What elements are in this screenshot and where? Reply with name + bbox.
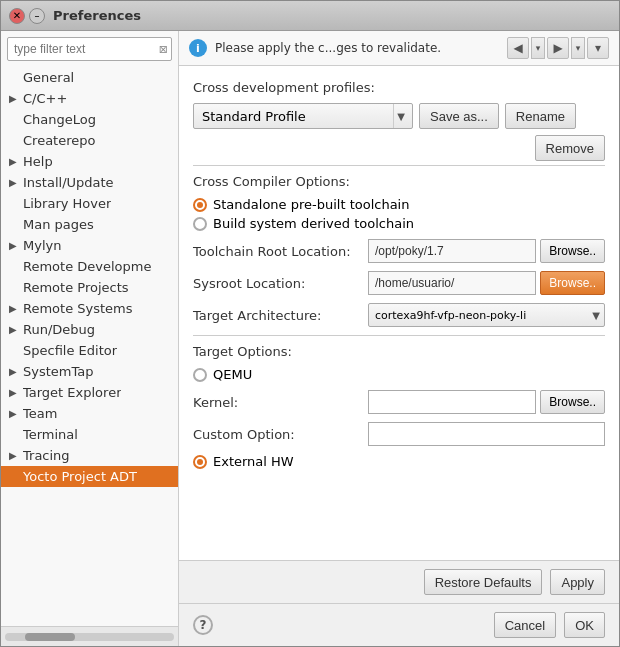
sidebar-label-terminal: Terminal [23,427,78,442]
radio-qemu-label: QEMU [213,367,252,382]
sysroot-browse-button[interactable]: Browse.. [540,271,605,295]
sidebar-item-changelog[interactable]: ChangeLog [1,109,178,130]
sidebar-label-changelog: ChangeLog [23,112,96,127]
target-arch-value: cortexa9hf-vfp-neon-poky-li [373,309,588,322]
sidebar-item-specfileeditor[interactable]: Specfile Editor [1,340,178,361]
custom-option-row: Custom Option: [193,422,605,446]
sidebar-arrow-team: ▶ [9,408,23,419]
sidebar-item-remotedevelopme[interactable]: Remote Developme [1,256,178,277]
sidebar-label-createrepo: Createrepo [23,133,95,148]
remove-button[interactable]: Remove [535,135,605,161]
sidebar-label-targetexplorer: Target Explorer [23,385,121,400]
sysroot-row: Sysroot Location: Browse.. [193,271,605,295]
sidebar-item-remotesystems[interactable]: ▶Remote Systems [1,298,178,319]
sidebar-item-general[interactable]: General [1,67,178,88]
sidebar-arrow-mylyn: ▶ [9,240,23,251]
search-box[interactable]: ⊠ [7,37,172,61]
sidebar-label-team: Team [23,406,57,421]
target-arch-label: Target Architecture: [193,308,368,323]
help-icon[interactable]: ? [193,615,213,635]
custom-option-input[interactable] [368,422,605,446]
cross-dev-profiles-header: Cross development profiles: [193,80,605,95]
ok-button[interactable]: OK [564,612,605,638]
sidebar-label-cpp: C/C++ [23,91,67,106]
divider-2 [193,335,605,336]
radio-external-hw-dot [197,459,203,465]
sidebar-item-libraryhover[interactable]: Library Hover [1,193,178,214]
search-input[interactable] [7,37,172,61]
sysroot-label: Sysroot Location: [193,276,368,291]
radio-standalone-dot [197,202,203,208]
info-text: Please apply the c...ges to revalidate. [215,41,499,55]
sidebar-arrow-rundebug: ▶ [9,324,23,335]
radio-build-label: Build system derived toolchain [213,216,414,231]
rename-button[interactable]: Rename [505,103,576,129]
profile-row: Standard Profile ▼ Save as... Rename [193,103,605,129]
radio-build[interactable]: Build system derived toolchain [193,216,605,231]
sidebar-item-rundebug[interactable]: ▶Run/Debug [1,319,178,340]
info-icon: i [189,39,207,57]
sidebar-arrow-installupddate: ▶ [9,177,23,188]
sidebar-item-yocto[interactable]: Yocto Project ADT [1,466,178,487]
sidebar-label-remotesystems: Remote Systems [23,301,133,316]
profile-dropdown[interactable]: Standard Profile ▼ [193,103,413,129]
sidebar-item-remoteprojects[interactable]: Remote Projects [1,277,178,298]
info-bar: i Please apply the c...ges to revalidate… [179,31,619,66]
cancel-button[interactable]: Cancel [494,612,556,638]
radio-external-hw-label: External HW [213,454,294,469]
sidebar-item-createrepo[interactable]: Createrepo [1,130,178,151]
sidebar-label-yocto: Yocto Project ADT [23,469,137,484]
sidebar-item-mylyn[interactable]: ▶Mylyn [1,235,178,256]
target-arch-dropdown[interactable]: cortexa9hf-vfp-neon-poky-li ▼ [368,303,605,327]
sidebar: ⊠ General▶C/C++ChangeLogCreaterepo▶Help▶… [1,31,179,646]
main-panel: i Please apply the c...ges to revalidate… [179,31,619,646]
nav-back-button[interactable]: ◀ [507,37,529,59]
nav-menu-button[interactable]: ▾ [587,37,609,59]
nav-forward-button[interactable]: ▶ [547,37,569,59]
sidebar-item-systemtap[interactable]: ▶SystemTap [1,361,178,382]
sidebar-scrollbar[interactable] [1,626,178,646]
radio-standalone-circle [193,198,207,212]
sidebar-arrow-systemtap: ▶ [9,366,23,377]
toolchain-root-label: Toolchain Root Location: [193,244,368,259]
kernel-browse-button[interactable]: Browse.. [540,390,605,414]
divider-1 [193,165,605,166]
radio-group-compiler: Standalone pre-built toolchain Build sys… [193,197,605,231]
sidebar-label-general: General [23,70,74,85]
toolchain-browse-button[interactable]: Browse.. [540,239,605,263]
main-content: Cross development profiles: Standard Pro… [179,66,619,560]
sidebar-item-installupddate[interactable]: ▶Install/Update [1,172,178,193]
radio-qemu-circle [193,368,207,382]
profile-dropdown-value: Standard Profile [198,109,393,124]
radio-external-hw[interactable]: External HW [193,454,605,469]
sidebar-item-tracing[interactable]: ▶Tracing [1,445,178,466]
sidebar-item-cpp[interactable]: ▶C/C++ [1,88,178,109]
minimize-button[interactable]: – [29,8,45,24]
sidebar-label-systemtap: SystemTap [23,364,93,379]
close-button[interactable]: ✕ [9,8,25,24]
kernel-input[interactable] [368,390,536,414]
radio-standalone[interactable]: Standalone pre-built toolchain [193,197,605,212]
sidebar-item-manpages[interactable]: Man pages [1,214,178,235]
search-clear-icon[interactable]: ⊠ [159,43,168,56]
save-as-button[interactable]: Save as... [419,103,499,129]
sidebar-item-help[interactable]: ▶Help [1,151,178,172]
sysroot-input[interactable] [368,271,536,295]
sidebar-label-rundebug: Run/Debug [23,322,95,337]
nav-forward-dropdown[interactable]: ▾ [571,37,585,59]
sidebar-item-team[interactable]: ▶Team [1,403,178,424]
sidebar-arrow-targetexplorer: ▶ [9,387,23,398]
restore-defaults-button[interactable]: Restore Defaults [424,569,543,595]
sidebar-label-tracing: Tracing [23,448,70,463]
kernel-label: Kernel: [193,395,368,410]
apply-button[interactable]: Apply [550,569,605,595]
sidebar-label-mylyn: Mylyn [23,238,61,253]
toolchain-root-input[interactable] [368,239,536,263]
nav-back-dropdown[interactable]: ▾ [531,37,545,59]
kernel-row: Kernel: Browse.. [193,390,605,414]
sidebar-arrow-cpp: ▶ [9,93,23,104]
sidebar-item-terminal[interactable]: Terminal [1,424,178,445]
sidebar-label-specfileeditor: Specfile Editor [23,343,117,358]
radio-qemu[interactable]: QEMU [193,367,605,382]
sidebar-item-targetexplorer[interactable]: ▶Target Explorer [1,382,178,403]
